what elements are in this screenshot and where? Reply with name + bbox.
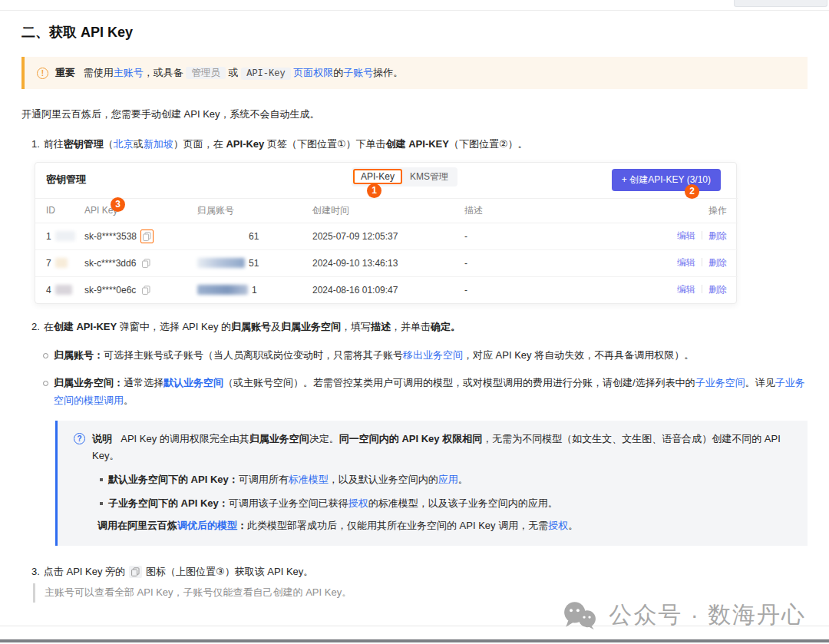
api-key-value: sk-c****3dd6: [84, 258, 136, 269]
important-label: 重要: [55, 67, 75, 78]
table-row: 1 sk-8****3538 61 2025-07-09 12:05:37 - …: [35, 223, 738, 249]
bottom-window-edge: [0, 639, 829, 642]
annotation-badge-2: 2: [685, 184, 699, 199]
table-header-row: ID API Key 归属账号 创建时间 描述 操作: [35, 198, 738, 223]
console-tabs: API-Key KMS管理: [352, 167, 457, 187]
annotation-badge-3: 3: [111, 197, 125, 212]
link-singapore[interactable]: 新加坡: [144, 138, 173, 150]
edit-link[interactable]: 编辑: [677, 284, 695, 295]
redacted-blur: [197, 285, 248, 295]
created-time: 2024-09-10 13:46:13: [302, 249, 454, 276]
link-applications[interactable]: 应用: [438, 474, 458, 485]
watermark-text: 公众号 · 数海丹心: [609, 599, 806, 631]
link-tuned-models[interactable]: 调优后的模型: [177, 520, 237, 531]
created-time: 2024-08-16 01:09:47: [302, 276, 454, 303]
link-standard-models[interactable]: 标准模型: [289, 474, 329, 485]
delete-link[interactable]: 删除: [708, 284, 727, 295]
step-2: 2.在创建 API-KEY 弹窗中，选择 API Key 的归属账号及归属业务空…: [21, 319, 808, 335]
col-created: 创建时间: [302, 198, 454, 223]
intro-paragraph: 开通阿里云百炼后，您需要手动创建 API Key，系统不会自动生成。: [21, 107, 808, 121]
link-default-workspace[interactable]: 默认业务空间: [163, 377, 223, 388]
top-divider: [0, 10, 829, 11]
tab-api-key[interactable]: API-Key: [353, 169, 402, 184]
copy-icon-button[interactable]: [140, 283, 153, 297]
role-badge-api-key: API-Key: [241, 68, 290, 80]
col-api-key: API Key: [74, 198, 187, 223]
console-header: 密钥管理 API-Key KMS管理 + 创建API-KEY (3/10): [35, 163, 736, 198]
link-authorization[interactable]: 授权: [548, 520, 568, 531]
table-row: 7 sk-c****3dd6 51 2024-09-10 13:46:13 - …: [35, 249, 738, 276]
link-sub-account[interactable]: 子账号: [343, 67, 373, 78]
copy-icon-highlight[interactable]: [140, 230, 154, 243]
tab-kms[interactable]: KMS管理: [402, 169, 456, 185]
copy-icon: [142, 286, 150, 295]
article-content: 二、获取 API Key ! 重要 需使用主账号，或具备 管理员 或 API-K…: [0, 0, 829, 644]
api-key-value: sk-8****3538: [84, 231, 137, 242]
col-ops: 操作: [646, 198, 738, 223]
wechat-icon: [562, 601, 597, 630]
document-page: 二、获取 API Key ! 重要 需使用主账号，或具备 管理员 或 API-K…: [0, 0, 829, 644]
link-remove-from-workspace[interactable]: 移出业务空间: [403, 349, 463, 361]
created-time: 2025-07-09 12:05:37: [302, 223, 454, 249]
step-2-details: 归属账号：可选择主账号或子账号（当人员离职或岗位变动时，只需将其子账号移出业务空…: [42, 346, 808, 410]
question-icon: ?: [74, 433, 85, 444]
col-account: 归属账号: [187, 198, 302, 223]
link-page-permission[interactable]: 页面权限: [293, 67, 333, 78]
note-paragraph-2: 调用在阿里云百炼调优后的模型：此类模型部署成功后，仅能用其所在业务空间的 API…: [97, 517, 792, 534]
copy-icon-button[interactable]: [140, 256, 153, 270]
important-callout-text: 重要 需使用主账号，或具备 管理员 或 API-Key 页面权限的子账号操作。: [55, 65, 403, 81]
edit-link[interactable]: 编辑: [677, 257, 695, 268]
role-badge-admin: 管理员: [186, 67, 226, 79]
create-api-key-button[interactable]: + 创建API-KEY (3/10): [612, 169, 721, 191]
delete-link[interactable]: 删除: [708, 230, 727, 241]
redacted-blur: [55, 285, 72, 295]
link-beijing[interactable]: 北京: [114, 138, 134, 150]
console-title: 密钥管理: [46, 173, 86, 187]
note-callout: ? 说明 API Key 的调用权限完全由其归属业务空间决定。同一空间内的 AP…: [55, 421, 808, 546]
copy-icon: [143, 232, 151, 241]
table-row: 4 sk-9****0e6c 1 2024-08-16 01:09:47 - 编…: [35, 276, 738, 303]
bullet-account: 归属账号：可选择主账号或子账号（当人员离职或岗位变动时，只需将其子账号移出业务空…: [42, 346, 808, 364]
copy-icon-inline: [129, 566, 142, 578]
step-3: 3.点击 API Key 旁的图标（上图位置③）获取该 API Key。: [21, 564, 808, 580]
copy-icon: [131, 567, 140, 576]
annotation-badge-1: 1: [367, 183, 381, 198]
note-paragraph-1: ? 说明 API Key 的调用权限完全由其归属业务空间决定。同一空间内的 AP…: [74, 431, 792, 464]
copy-icon: [142, 259, 150, 268]
delete-link[interactable]: 删除: [708, 257, 727, 268]
link-authorization[interactable]: 授权: [348, 497, 368, 509]
redacted-blur: [55, 258, 68, 268]
api-key-table: ID API Key 归属账号 创建时间 描述 操作 1 sk-8****353…: [35, 198, 738, 303]
link-main-account[interactable]: 主账号: [114, 67, 144, 78]
floating-panel-fragment: [734, 0, 827, 7]
redacted-blur: [55, 231, 75, 241]
col-id: ID: [35, 198, 74, 223]
warning-icon: !: [37, 68, 48, 79]
edit-link[interactable]: 编辑: [677, 230, 695, 241]
note-item-default-workspace: 默认业务空间下的 API Key：可调用所有标准模型，以及默认业务空间内的应用。: [99, 471, 792, 488]
note-list: 默认业务空间下的 API Key：可调用所有标准模型，以及默认业务空间内的应用。…: [99, 471, 792, 512]
api-key-value: sk-9****0e6c: [84, 285, 136, 296]
step-1: 1.前往密钥管理（北京或新加坡）页面，在 API-Key 页签（下图位置①）下单…: [21, 137, 808, 153]
watermark: 公众号 · 数海丹心: [562, 599, 806, 631]
note-item-sub-workspace: 子业务空间下的 API Key：可调用该子业务空间已获得授权的标准模型，以及该子…: [99, 495, 792, 512]
note-label: 说明: [92, 433, 112, 444]
redacted-blur: [197, 231, 245, 241]
console-screenshot: 1 2 3 密钥管理 API-Key KMS管理 + 创建API-KEY (3/…: [35, 162, 737, 304]
link-sub-workspace[interactable]: 子业务空间: [695, 377, 745, 388]
important-callout: ! 重要 需使用主账号，或具备 管理员 或 API-Key 页面权限的子账号操作…: [21, 57, 808, 89]
col-desc: 描述: [454, 198, 646, 223]
redacted-blur: [197, 258, 245, 268]
bullet-workspace: 归属业务空间：通常选择默认业务空间（或主账号空间）。若需管控某类用户可调用的模型…: [42, 374, 808, 410]
section-heading-get-api-key: 二、获取 API Key: [21, 23, 808, 41]
